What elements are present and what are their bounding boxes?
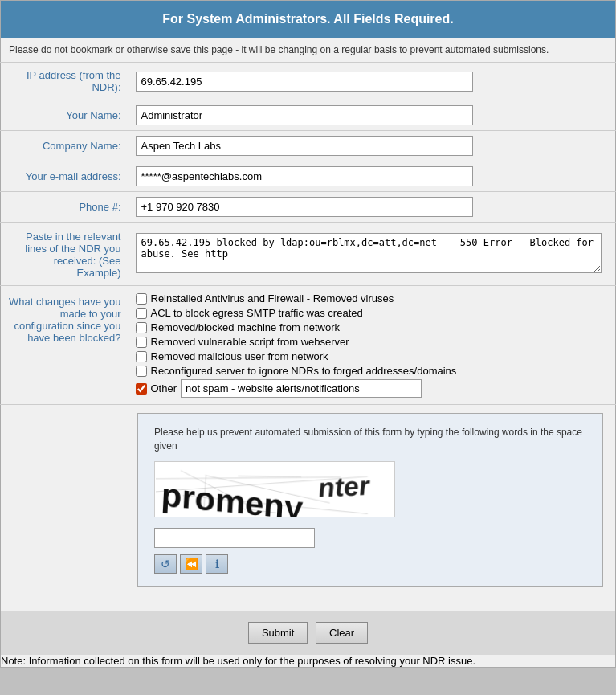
list-item: ACL to block egress SMTP traffic was cre… <box>136 307 610 319</box>
ip-input[interactable] <box>136 72 473 92</box>
name-label: Your Name: <box>1 100 129 131</box>
captcha-instruction: Please help us prevent automated submiss… <box>154 426 586 453</box>
changes-label: What changes have you made to your confi… <box>1 286 129 405</box>
checkbox-cb5[interactable] <box>136 351 147 362</box>
ip-label: IP address (from the NDR): <box>1 63 129 100</box>
changes-options: Reinstalled Antivirus and Firewall - Rem… <box>129 286 616 405</box>
company-input[interactable] <box>136 136 473 156</box>
checkbox-label-cb5: Removed malicious user from network <box>151 350 328 362</box>
captcha-refresh-button[interactable]: ↺ <box>154 554 177 574</box>
other-input[interactable] <box>181 379 422 398</box>
phone-input[interactable] <box>136 197 473 217</box>
list-item: Reconfigured server to ignore NDRs to fo… <box>136 365 610 377</box>
captcha-section: Please help us prevent automated submiss… <box>137 413 603 587</box>
list-item: Removed malicious user from network <box>136 350 610 362</box>
checkbox-label-cb1: Reinstalled Antivirus and Firewall - Rem… <box>151 292 394 305</box>
captcha-help-button[interactable]: ℹ <box>206 554 228 574</box>
checkbox-label-cb3: Removed/blocked machine from network <box>151 321 341 333</box>
company-label: Company Name: <box>1 131 129 161</box>
name-input[interactable] <box>136 105 473 125</box>
list-item: Removed/blocked machine from network <box>136 321 610 333</box>
email-label: Your e-mail address: <box>1 161 129 192</box>
notice-text: Please do not bookmark or otherwise save… <box>1 38 616 63</box>
checkbox-cb2[interactable] <box>136 308 147 319</box>
checkbox-label-cb4: Removed vulnerable script from webserver <box>151 336 349 348</box>
ndr-textarea[interactable] <box>136 233 602 273</box>
email-input[interactable] <box>136 166 473 186</box>
checkbox-cb1[interactable] <box>136 293 147 305</box>
page-header: For System Administrators. All Fields Re… <box>1 1 616 39</box>
checkbox-cb4[interactable] <box>136 337 147 348</box>
checkbox-cb6[interactable] <box>136 366 147 377</box>
checkbox-cb3[interactable] <box>136 322 147 333</box>
phone-label: Phone #: <box>1 192 129 223</box>
captcha-audio-button[interactable]: ⏪ <box>180 554 202 574</box>
captcha-input[interactable] <box>154 528 315 548</box>
ndr-label: Paste in the relevant lines of the NDR y… <box>1 223 129 286</box>
header-title: For System Administrators. All Fields Re… <box>162 12 453 26</box>
checkbox-label-cb2: ACL to block egress SMTP traffic was cre… <box>151 307 363 319</box>
list-item: Removed vulnerable script from webserver <box>136 336 610 348</box>
other-checkbox[interactable] <box>136 383 147 395</box>
captcha-image <box>154 461 395 517</box>
checkbox-label-cb6: Reconfigured server to ignore NDRs to fo… <box>151 365 457 377</box>
list-item: Reinstalled Antivirus and Firewall - Rem… <box>136 292 610 305</box>
other-label: Other <box>151 382 177 395</box>
submit-button[interactable]: Submit <box>248 622 308 644</box>
footer-note: Note: Information collected on this form… <box>1 655 616 668</box>
clear-button[interactable]: Clear <box>316 622 368 644</box>
